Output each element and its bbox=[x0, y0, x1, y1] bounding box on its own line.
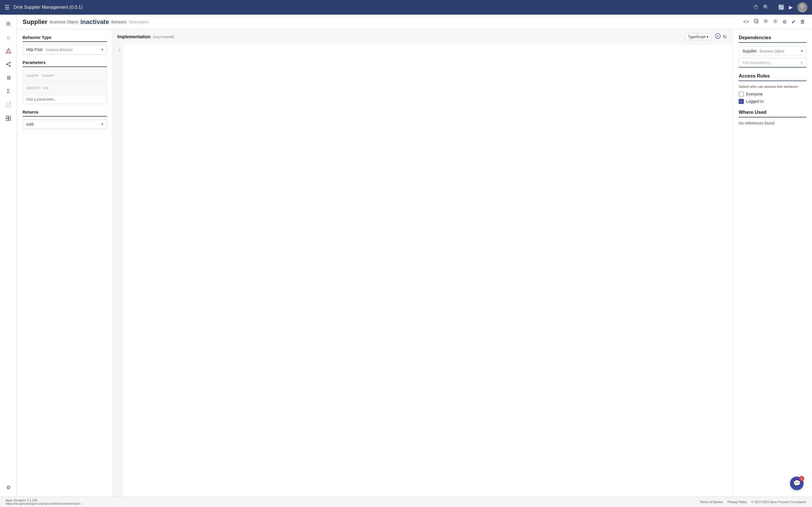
left-panel: Behavior Type Http Post Instance Behavio… bbox=[17, 29, 113, 497]
returns-section: Returns void ▾ bbox=[22, 110, 107, 129]
panels: Behavior Type Http Post Instance Behavio… bbox=[17, 29, 812, 497]
document-icon[interactable]: 📄 bbox=[3, 99, 14, 110]
add-dep-label: Add dependency... bbox=[742, 61, 772, 65]
list-icon[interactable] bbox=[762, 17, 769, 26]
returns-value: void bbox=[26, 122, 34, 126]
behavior-type-sub: Instance Behavior bbox=[46, 48, 73, 52]
checkbox-everyone: Everyone bbox=[739, 92, 806, 97]
svg-rect-12 bbox=[9, 119, 11, 121]
top-nav: ☰ Dmk Supplier Management (0.0.1) ⏱ 🔍 🔄 … bbox=[0, 0, 812, 15]
chat-bubble[interactable]: 💬 5 bbox=[790, 476, 804, 490]
svg-rect-9 bbox=[6, 116, 8, 118]
code-area: 1 bbox=[113, 45, 733, 497]
language-select[interactable]: TypeScript ▾ bbox=[685, 33, 712, 40]
behavior-type-title: Behavior Type bbox=[22, 35, 107, 42]
center-panel: Implementation (async/await) TypeScript … bbox=[113, 29, 733, 497]
dependency-row[interactable]: Supplier Business Object ▾ bbox=[739, 46, 806, 56]
where-used-section: Where Used No references found bbox=[739, 110, 806, 125]
copyright-text: © 2017-2022 Apex Process Consultants bbox=[751, 500, 806, 504]
settings2-icon[interactable] bbox=[772, 17, 779, 26]
history-icon[interactable]: ⏱ bbox=[753, 4, 758, 10]
monitor-icon[interactable]: 🖥 bbox=[3, 72, 14, 83]
breadcrumb-action: inactivate bbox=[80, 18, 109, 25]
menu-icon[interactable]: ☰ bbox=[4, 4, 10, 11]
svg-point-0 bbox=[800, 4, 805, 9]
dep-name: Supplier bbox=[742, 49, 757, 53]
toolbar: <> ⚙ ✔ 🗑 bbox=[742, 17, 806, 26]
access-rules-title: Access Rules bbox=[739, 73, 806, 81]
code-editor[interactable] bbox=[123, 45, 733, 497]
language-label: TypeScript bbox=[688, 35, 705, 39]
svg-point-18 bbox=[775, 20, 776, 22]
footer-left: Apex Designer 2.1.158 https://sit.apexde… bbox=[6, 499, 81, 505]
everyone-checkbox[interactable] bbox=[739, 92, 744, 97]
parameters-section: Parameters supplier Supplier options? an… bbox=[22, 60, 107, 104]
nav-icons: ⏱ 🔍 🔄 ▶ bbox=[753, 2, 808, 12]
grid-icon[interactable]: ⊞ bbox=[3, 18, 14, 29]
warning-icon[interactable]: ! bbox=[3, 45, 14, 56]
gear-icon[interactable]: ⚙ bbox=[781, 18, 788, 26]
left-sidebar: ⊞ ⌂ ! 🖥 Σ 📄 ⚙ bbox=[0, 15, 17, 497]
terms-link[interactable]: Terms of Service bbox=[700, 500, 723, 504]
right-panel: Dependencies Supplier Business Object ▾ … bbox=[733, 29, 812, 497]
privacy-link[interactable]: Privacy Policy bbox=[727, 500, 747, 504]
play-icon[interactable]: ▶ bbox=[789, 4, 793, 10]
reset-icon[interactable]: ↻ bbox=[722, 33, 728, 41]
svg-rect-10 bbox=[9, 116, 11, 118]
check-icon[interactable]: ✔ bbox=[790, 18, 797, 26]
avatar[interactable] bbox=[797, 2, 808, 12]
svg-line-8 bbox=[7, 64, 10, 66]
dependencies-title: Dependencies bbox=[739, 35, 806, 43]
copy-icon[interactable] bbox=[753, 17, 760, 26]
checkbox-loggedin: ✓ Logged In bbox=[739, 99, 806, 104]
no-refs-text: No references found bbox=[739, 121, 806, 125]
breadcrumb-main: Supplier bbox=[22, 18, 47, 25]
page-header: Supplier Business Object inactivate Beha… bbox=[17, 15, 812, 29]
svg-point-1 bbox=[799, 9, 806, 12]
behavior-type-select[interactable]: Http Post Instance Behavior ▾ bbox=[22, 45, 107, 54]
chat-badge: 5 bbox=[799, 476, 804, 481]
add-param-input[interactable] bbox=[22, 95, 107, 104]
delete-icon[interactable]: 🗑 bbox=[799, 18, 806, 26]
parameters-title: Parameters bbox=[22, 60, 107, 67]
everyone-label: Everyone bbox=[746, 92, 763, 96]
svg-rect-11 bbox=[6, 119, 8, 121]
add-dep-chevron-icon: ▾ bbox=[801, 61, 803, 65]
where-used-title: Where Used bbox=[739, 110, 806, 117]
settings-bottom-icon[interactable]: ⚙ bbox=[3, 482, 14, 493]
breadcrumb-sub: Business Object bbox=[50, 20, 78, 24]
breadcrumb-desc: Description bbox=[129, 20, 149, 24]
svg-point-19 bbox=[715, 34, 720, 39]
editor-header: Implementation (async/await) TypeScript … bbox=[113, 29, 733, 45]
dep-type: Business Object bbox=[760, 49, 784, 53]
access-rules-section: Access Rules Select who can access this … bbox=[739, 73, 806, 104]
param-supplier: supplier Supplier bbox=[22, 70, 107, 80]
dep-chevron-icon: ▾ bbox=[801, 49, 803, 53]
returns-title: Returns bbox=[22, 110, 107, 117]
breadcrumb-type: Behavior bbox=[111, 20, 127, 24]
home-icon[interactable]: ⌂ bbox=[3, 32, 14, 43]
sigma-icon[interactable]: Σ bbox=[3, 86, 14, 97]
access-desc: Select who can access this behavior: bbox=[739, 84, 806, 89]
app-title: Dmk Supplier Management (0.0.1) bbox=[13, 5, 753, 10]
svg-rect-14 bbox=[754, 19, 757, 22]
chat-icon: 💬 bbox=[793, 480, 801, 487]
footer-url: https://sit.apexdesigner.io/projects/591… bbox=[6, 502, 81, 505]
loggedin-checkbox[interactable]: ✓ bbox=[739, 99, 744, 104]
impl-title: Implementation bbox=[117, 34, 151, 40]
param-supplier-type: Supplier bbox=[42, 73, 54, 77]
validate-icon[interactable] bbox=[714, 32, 722, 41]
puzzle-icon[interactable] bbox=[3, 113, 14, 124]
footer-right: Terms of Service Privacy Policy © 2017-2… bbox=[700, 500, 806, 504]
svg-text:!: ! bbox=[8, 50, 9, 53]
share-icon[interactable] bbox=[3, 59, 14, 70]
param-options: options? any bbox=[22, 82, 107, 93]
param-options-type: any bbox=[43, 86, 48, 90]
returns-select[interactable]: void ▾ bbox=[22, 119, 107, 129]
line-numbers: 1 bbox=[113, 45, 123, 497]
search-icon[interactable]: 🔍 bbox=[763, 4, 769, 10]
footer: Apex Designer 2.1.158 https://sit.apexde… bbox=[0, 497, 812, 507]
code-icon[interactable]: <> bbox=[742, 18, 750, 26]
refresh-icon[interactable]: 🔄 bbox=[778, 4, 784, 10]
add-dependency-input[interactable]: Add dependency... ▾ bbox=[739, 58, 806, 68]
